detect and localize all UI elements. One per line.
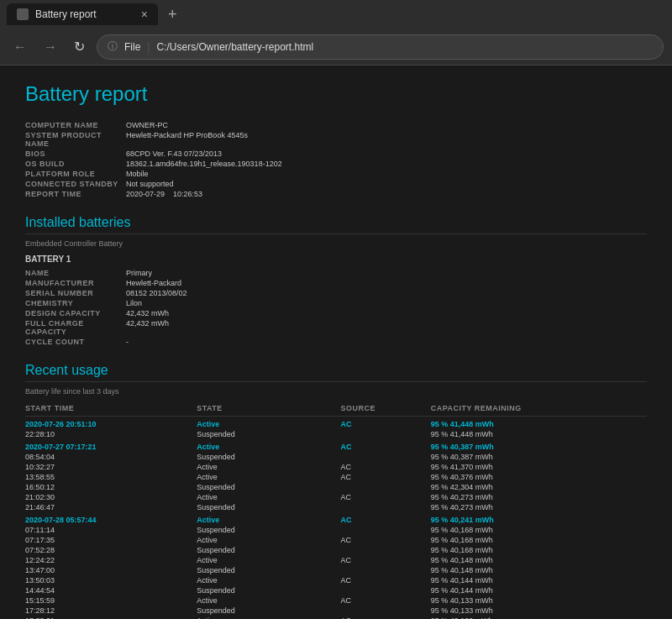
cell-date: 2020-07-26 20:51:10 [25,417,197,430]
label-osbuild: OS BUILD [25,160,126,168]
report-date: 2020-07-29 [126,190,165,198]
cell-capacity: 95 % 40,241 mWh [431,512,647,525]
info-row-computer: COMPUTER NAME OWNER-PC [25,121,647,129]
table-row: 12:24:22ActiveAC95 % 40,148 mWh [25,555,647,565]
info-row-system: SYSTEM PRODUCT NAME Hewlett-Packard HP P… [25,131,647,148]
cell-state: Active [197,616,340,619]
cell-capacity: 95 % 41,448 mWh [431,429,647,439]
cell-state: Suspended [197,502,340,512]
table-row: 21:02:30ActiveAC95 % 40,273 mWh [25,492,647,502]
address-type: File [124,41,140,53]
cell-capacity: 95 % 41,448 mWh [431,417,647,430]
nav-bar: ← → ↻ ⓘ File | C:/Users/Owner/battery-re… [0,29,672,66]
cell-state: Active [197,492,340,502]
col-start-time: START TIME [25,402,197,417]
label-fullcharge: FULL CHARGE CAPACITY [25,319,126,336]
cell-time: 21:46:47 [25,502,197,512]
value-batt-name: Primary [126,269,152,277]
forward-button[interactable]: → [39,36,62,58]
recent-usage-title: Recent usage [25,363,647,382]
label-report: REPORT TIME [25,190,126,198]
table-row: 07:52:28Suspended95 % 40,168 mWh [25,545,647,555]
back-button[interactable]: ← [8,36,32,58]
col-source: SOURCE [341,402,431,417]
table-row: 2020-07-27 07:17:21ActiveAC95 % 40,387 m… [25,439,647,452]
cell-time: 08:54:04 [25,452,197,462]
address-bar[interactable]: ⓘ File | C:/Users/Owner/battery-report.h… [97,34,664,60]
value-system: Hewlett-Packard HP ProBook 4545s [126,131,248,148]
address-separator: | [147,41,150,53]
table-row: 2020-07-28 05:57:44ActiveAC95 % 40,241 m… [25,512,647,525]
cell-capacity: 95 % 40,133 mWh [431,606,647,616]
table-row: 21:46:47Suspended95 % 40,273 mWh [25,502,647,512]
cell-state: Active [197,512,340,525]
battery-info-design: DESIGN CAPACITY 42,432 mWh [25,309,647,317]
value-report: 2020-07-29 10:26:53 [126,190,202,198]
value-connected: Not supported [126,180,174,188]
refresh-button[interactable]: ↻ [69,35,90,58]
cell-state: Suspended [197,585,340,595]
cell-capacity: 95 % 40,387 mWh [431,439,647,452]
page-content: Battery report COMPUTER NAME OWNER-PC SY… [0,66,672,619]
cell-date: 2020-07-28 05:57:44 [25,512,197,525]
battery-info-cycle: CYCLE COUNT - [25,338,647,346]
recent-usage-subtitle: Battery life since last 3 days [25,387,647,396]
cell-capacity: 95 % 40,133 mWh [431,595,647,606]
report-time: 10:26:53 [173,190,202,198]
cell-state: Suspended [197,545,340,555]
battery-name: BATTERY 1 [25,254,647,264]
cell-state: Suspended [197,452,340,462]
label-system: SYSTEM PRODUCT NAME [25,131,126,148]
cell-capacity: 95 % 40,387 mWh [431,452,647,462]
browser-tab[interactable]: Battery report × [7,3,158,25]
label-design: DESIGN CAPACITY [25,309,126,317]
col-capacity: CAPACITY REMAINING [431,402,647,417]
cell-time: 15:15:59 [25,595,197,606]
page-title: Battery report [25,82,647,106]
value-serial: 08152 2013/08/02 [126,289,187,297]
cell-source [341,565,431,575]
cell-source [341,502,431,512]
cell-time: 07:52:28 [25,545,197,555]
info-row-report: REPORT TIME 2020-07-29 10:26:53 [25,190,647,198]
cell-state: Active [197,595,340,606]
cell-capacity: 95 % 40,100 mWh [431,616,647,619]
label-manufacturer: MANUFACTURER [25,279,126,287]
table-row: 10:32:27ActiveAC95 % 41,370 mWh [25,462,647,472]
table-row: 2020-07-26 20:51:10ActiveAC95 % 41,448 m… [25,417,647,430]
cell-time: 16:50:12 [25,482,197,492]
cell-time: 22:28:10 [25,429,197,439]
installed-batteries-title: Installed batteries [25,215,647,234]
label-bios: BIOS [25,150,126,158]
table-row: 07:17:35ActiveAC95 % 40,168 mWh [25,535,647,545]
table-row: 07:11:14Suspended95 % 40,168 mWh [25,525,647,535]
cell-state: Active [197,575,340,585]
cell-source: AC [341,512,431,525]
cell-state: Suspended [197,606,340,616]
cell-source [341,545,431,555]
cell-source: AC [341,462,431,472]
new-tab-button[interactable]: + [165,6,181,24]
cell-capacity: 95 % 40,148 mWh [431,565,647,575]
label-connected: CONNECTED STANDBY [25,180,126,188]
value-osbuild: 18362.1.amd64fre.19h1_release.190318-120… [126,160,282,168]
table-row: 13:50:03ActiveAC95 % 40,144 mWh [25,575,647,585]
cell-capacity: 95 % 40,273 mWh [431,502,647,512]
cell-capacity: 95 % 40,168 mWh [431,525,647,535]
label-serial: SERIAL NUMBER [25,289,126,297]
address-path: C:/Users/Owner/battery-report.html [156,41,313,53]
cell-source: AC [341,492,431,502]
table-row: 15:15:59ActiveAC95 % 40,133 mWh [25,595,647,606]
cell-source: AC [341,616,431,619]
table-row: 17:32:21ActiveAC95 % 40,100 mWh [25,616,647,619]
cell-time: 17:28:12 [25,606,197,616]
battery-info-chemistry: CHEMISTRY Lilon [25,299,647,307]
cell-state: Suspended [197,525,340,535]
cell-capacity: 95 % 42,304 mWh [431,482,647,492]
cell-time: 13:58:55 [25,472,197,482]
tab-close-button[interactable]: × [141,8,148,20]
tab-title: Battery report [35,8,97,20]
battery-info-table: NAME Primary MANUFACTURER Hewlett-Packar… [25,269,647,346]
cell-capacity: 95 % 40,148 mWh [431,555,647,565]
info-row-bios: BIOS 68CPD Ver. F.43 07/23/2013 [25,150,647,158]
